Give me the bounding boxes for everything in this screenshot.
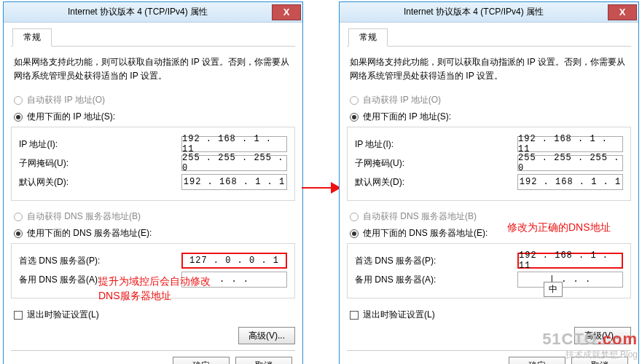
validate-row[interactable]: 退出时验证设置(L) (11, 306, 295, 324)
radio-label: 使用下面的 DNS 服务器地址(E): (363, 227, 488, 240)
tab-general[interactable]: 常规 (12, 28, 52, 47)
validate-row[interactable]: 退出时验证设置(L) (347, 306, 631, 324)
annotation-left: 提升为域控后会自动修改DNS服务器地址 (98, 274, 211, 303)
advanced-button[interactable]: 高级(V)... (238, 327, 295, 344)
window-title: Internet 协议版本 4 (TCP/IPv4) 属性 (340, 6, 608, 18)
gateway-input[interactable]: 192 . 168 . 1 . 1 (181, 174, 287, 190)
radio-icon (350, 113, 359, 122)
tcpip-dialog-left: Internet 协议版本 4 (TCP/IPv4) 属性 X 常规 如果网络支… (3, 1, 303, 364)
subnet-mask-input[interactable]: 255 . 255 . 255 . 0 (181, 155, 287, 171)
radio-label: 自动获得 DNS 服务器地址(B) (27, 210, 141, 223)
checkbox-icon (350, 311, 359, 320)
ip-fields: IP 地址(I): 192 . 168 . 1 . 11 子网掩码(U): 25… (347, 127, 631, 201)
radio-label: 自动获得 IP 地址(O) (363, 94, 441, 106)
ip-fields: IP 地址(I): 192 . 168 . 1 . 11 子网掩码(U): 25… (11, 127, 295, 201)
radio-auto-ip[interactable]: 自动获得 IP 地址(O) (11, 92, 295, 108)
radio-label: 自动获得 DNS 服务器地址(B) (363, 210, 477, 223)
watermark-sub: 技术成就梦想 Blog (542, 349, 638, 361)
description-text: 如果网络支持此功能，则可以获取自动指派的 IP 设置。否则，你需要从网络系统管理… (347, 51, 631, 92)
radio-icon (14, 213, 23, 221)
checkbox-icon (14, 311, 23, 320)
pref-dns-label: 首选 DNS 服务器(P): (355, 255, 517, 267)
pref-dns-label: 首选 DNS 服务器(P): (19, 255, 181, 267)
tcpip-dialog-right: Internet 协议版本 4 (TCP/IPv4) 属性 X 常规 如果网络支… (339, 1, 639, 364)
radio-icon (14, 113, 23, 122)
arrow-icon (302, 181, 342, 195)
ip-address-input[interactable]: 192 . 168 . 1 . 11 (517, 136, 623, 152)
ime-indicator: 中 (544, 282, 563, 297)
radio-label: 使用下面的 IP 地址(S): (27, 111, 115, 123)
radio-icon (350, 96, 359, 105)
ip-address-label: IP 地址(I): (355, 138, 517, 151)
ip-address-input[interactable]: 192 . 168 . 1 . 11 (181, 136, 287, 152)
pref-dns-input[interactable]: 127 . 0 . 0 . 1 (181, 253, 287, 269)
cancel-label: 取消 (255, 360, 273, 364)
radio-icon (14, 96, 23, 105)
annotation-right: 修改为正确的DNS地址 (507, 221, 611, 235)
ok-label: 确定 (192, 360, 210, 364)
close-button[interactable]: X (608, 4, 637, 20)
watermark-suffix: .com (598, 330, 638, 348)
cancel-button[interactable]: 取消 (235, 357, 292, 364)
radio-icon (350, 229, 359, 238)
radio-manual-dns[interactable]: 使用下面的 DNS 服务器地址(E): (11, 225, 295, 242)
radio-icon (14, 229, 23, 238)
gateway-label: 默认网关(D): (19, 176, 181, 189)
subnet-mask-label: 子网掩码(U): (19, 157, 181, 170)
alt-dns-input[interactable]: | . . . (517, 272, 623, 288)
window-title: Internet 协议版本 4 (TCP/IPv4) 属性 (4, 6, 272, 18)
advanced-label: 高级(V)... (248, 330, 285, 342)
watermark: 51CTO.com 技术成就梦想 Blog (542, 330, 638, 361)
radio-label: 使用下面的 DNS 服务器地址(E): (27, 227, 152, 240)
close-icon: X (619, 7, 626, 17)
close-button[interactable]: X (272, 4, 301, 20)
validate-label: 退出时验证设置(L) (363, 309, 435, 321)
validate-label: 退出时验证设置(L) (27, 309, 99, 321)
description-text: 如果网络支持此功能，则可以获取自动指派的 IP 设置。否则，你需要从网络系统管理… (11, 51, 295, 92)
radio-manual-ip[interactable]: 使用下面的 IP 地址(S): (11, 108, 295, 125)
dns-fields: 首选 DNS 服务器(P): 192 . 168 . 1 . 11 备用 DNS… (347, 243, 631, 298)
tab-row: 常规 (11, 28, 295, 47)
tab-row: 常规 (347, 28, 631, 47)
radio-manual-ip[interactable]: 使用下面的 IP 地址(S): (347, 108, 631, 125)
ok-button[interactable]: 确定 (173, 357, 230, 364)
watermark-main: 51CTO (542, 330, 598, 348)
alt-dns-label: 备用 DNS 服务器(A): (355, 274, 517, 286)
radio-icon (350, 213, 359, 221)
close-icon: X (283, 7, 290, 17)
tab-general[interactable]: 常规 (348, 28, 388, 47)
radio-auto-ip[interactable]: 自动获得 IP 地址(O) (347, 92, 631, 108)
radio-auto-dns: 自动获得 DNS 服务器地址(B) (11, 208, 295, 225)
radio-label: 使用下面的 IP 地址(S): (363, 111, 451, 123)
gateway-input[interactable]: 192 . 168 . 1 . 1 (517, 174, 623, 190)
ip-address-label: IP 地址(I): (19, 138, 181, 151)
titlebar[interactable]: Internet 协议版本 4 (TCP/IPv4) 属性 X (4, 2, 302, 23)
subnet-mask-input[interactable]: 255 . 255 . 255 . 0 (517, 155, 623, 171)
titlebar[interactable]: Internet 协议版本 4 (TCP/IPv4) 属性 X (340, 2, 638, 23)
subnet-mask-label: 子网掩码(U): (355, 157, 517, 170)
radio-label: 自动获得 IP 地址(O) (27, 94, 105, 106)
pref-dns-input[interactable]: 192 . 168 . 1 . 11 (517, 253, 623, 269)
gateway-label: 默认网关(D): (355, 176, 517, 189)
